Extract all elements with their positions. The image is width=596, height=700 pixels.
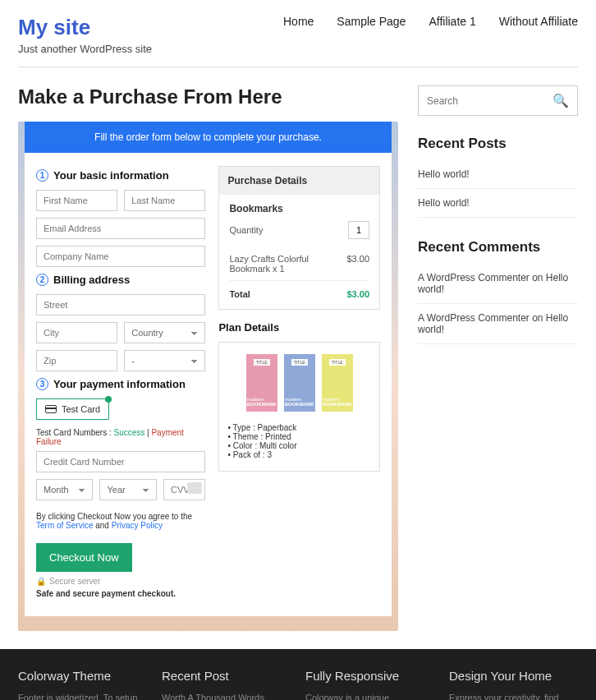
footer: Colorway ThemeFooter is widgetized. To s…	[0, 649, 596, 700]
email-input[interactable]	[36, 218, 205, 239]
city-input[interactable]	[36, 322, 117, 343]
plan-header: Plan Details	[218, 321, 380, 334]
comment-item: A WordPress Commenter on Hello world!	[418, 304, 578, 344]
zip-input[interactable]	[36, 350, 117, 371]
success-link[interactable]: Success	[113, 428, 144, 437]
product-name: Bookmarks	[229, 203, 369, 214]
line-item-price: $3.00	[346, 254, 369, 274]
page-title: Make a Purchase From Here	[18, 85, 398, 108]
bookmark-pink: TITLEmodernBOOKMARK	[246, 354, 277, 412]
step-1-icon: 1	[36, 169, 48, 182]
month-select[interactable]: Month	[36, 479, 93, 500]
privacy-link[interactable]: Privacy Policy	[112, 521, 163, 530]
recent-comments-header: Recent Comments	[418, 239, 578, 256]
search-input[interactable]	[427, 95, 540, 107]
section-basic-info: 1Your basic information	[36, 169, 205, 182]
year-select[interactable]: Year	[99, 479, 156, 500]
nav-home[interactable]: Home	[283, 15, 314, 28]
lock-icon: 🔒	[36, 577, 46, 586]
line-item-name: Lazy Crafts Colorful Bookmark x 1	[229, 254, 346, 274]
footer-col-1-txt: Footer is widgetized. To setup the foote…	[18, 691, 147, 700]
street-input[interactable]	[36, 294, 205, 315]
nav-without-affiliate[interactable]: Without Affiliate	[499, 15, 578, 28]
qty-label: Quantity	[229, 225, 263, 235]
tos-link[interactable]: Term of Service	[36, 521, 93, 530]
secure-note: 🔒Secure server	[36, 577, 205, 586]
test-card-note: Test Card Numbers : Success | Payment Fa…	[36, 428, 205, 446]
nav-affiliate1[interactable]: Affiliate 1	[429, 15, 475, 28]
nav-sample[interactable]: Sample Page	[337, 15, 406, 28]
footer-col-3-hd: Fully Responsive	[305, 669, 434, 683]
company-input[interactable]	[36, 246, 205, 267]
main-nav: Home Sample Page Affiliate 1 Without Aff…	[283, 15, 578, 28]
step-3-icon: 3	[36, 378, 48, 390]
qty-input[interactable]	[348, 221, 369, 239]
checkout-button[interactable]: Checkout Now	[36, 543, 132, 572]
search-box[interactable]: 🔍	[418, 85, 578, 116]
country-select[interactable]: Country	[124, 322, 205, 343]
total-amount: $3.00	[346, 289, 369, 299]
purchase-details: Purchase Details Bookmarks Quantity Lazy…	[218, 166, 380, 310]
test-card-button[interactable]: Test Card	[36, 398, 109, 420]
site-title[interactable]: My site	[18, 15, 152, 40]
section-payment: 3Your payment information	[36, 378, 205, 390]
footer-col-4-txt: Express your creativity, find inspiratio…	[449, 691, 578, 700]
cvv-card-icon	[187, 482, 202, 494]
bookmark-yellow: TITLEmodernBOOKMARK	[322, 354, 353, 412]
footer-col-4-hd: Design Your Home	[449, 669, 578, 683]
state-select[interactable]: -	[124, 350, 205, 371]
footer-col-2-txt: Worth A Thousand Words Category Hierarch…	[162, 691, 291, 700]
details-header: Purchase Details	[219, 167, 379, 195]
step-2-icon: 2	[36, 274, 48, 286]
last-name-input[interactable]	[124, 190, 205, 211]
section-billing: 2Billing address	[36, 274, 205, 286]
form-banner: Fill the order form below to complete yo…	[25, 122, 392, 153]
safe-note: Safe and secure payment checkout.	[36, 589, 205, 598]
first-name-input[interactable]	[36, 190, 117, 211]
plan-box: TITLEmodernBOOKMARK TITLEmodernBOOKMARK …	[218, 342, 380, 472]
bookmark-blue: TITLEmodernBOOKMARK	[284, 354, 315, 412]
post-item[interactable]: Hello world!	[418, 189, 578, 218]
recent-posts-header: Recent Posts	[418, 136, 578, 152]
comment-author[interactable]: A WordPress Commenter	[418, 312, 530, 324]
footer-col-2-hd: Recent Post	[162, 669, 291, 683]
terms-note: By clicking Checkout Now you agree to th…	[36, 512, 205, 530]
footer-col-1-hd: Colorway Theme	[18, 669, 147, 683]
plan-bullets: Type : Paperback Theme : Printed Color :…	[227, 423, 371, 459]
comment-author[interactable]: A WordPress Commenter	[418, 272, 530, 283]
search-icon[interactable]: 🔍	[552, 93, 569, 108]
post-item[interactable]: Hello world!	[418, 160, 578, 189]
site-tagline: Just another WordPress site	[18, 43, 152, 55]
footer-col-3-txt: Colorway is a unique responsive WordPres…	[305, 691, 434, 700]
card-icon	[45, 405, 57, 413]
cc-number-input[interactable]	[36, 451, 205, 472]
purchase-form-wrap: Fill the order form below to complete yo…	[18, 122, 398, 631]
total-label: Total	[229, 289, 250, 299]
comment-item: A WordPress Commenter on Hello world!	[418, 264, 578, 304]
